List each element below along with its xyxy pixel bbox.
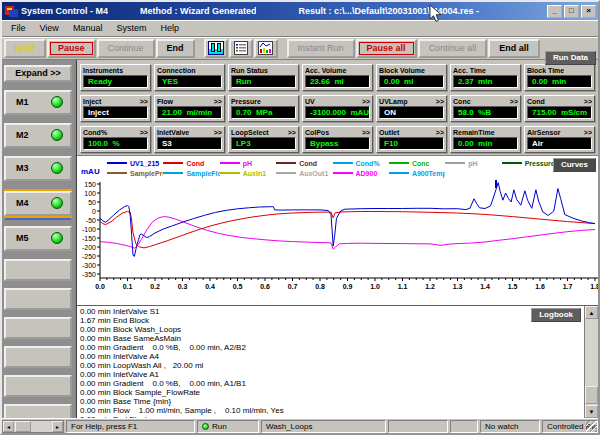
close-button[interactable]: × [581,5,596,18]
logbook-scrollbar[interactable]: ▲ ▼ [584,306,598,418]
field-conc[interactable]: Conc>>58.0 %B [450,95,521,122]
legend-item-cond[interactable]: Cond [163,158,219,168]
hold-button[interactable]: Hold [4,39,46,58]
tab-curves[interactable]: Curves [553,158,596,172]
legend-item-auxout1[interactable]: AuxOut1 [276,168,332,178]
x-tick-label: 1.3 [453,283,463,290]
main-area: Expand >> M1M2M3M4M5 Run Data Instrument… [2,60,598,418]
field-cond[interactable]: Cond>>715.00 mS/cm [524,95,595,122]
field-value: 2.37 min [458,77,492,86]
field-instruments[interactable]: InstrumentsReady [80,64,151,91]
scroll-right-icon[interactable]: ► [52,421,63,432]
scrollbar-thumb[interactable] [585,386,598,404]
expand-button[interactable]: Expand >> [4,65,72,82]
field-flow[interactable]: Flow>>21.00 ml/min [154,95,225,122]
legend-item-sampleflow[interactable]: SampleFlow [163,168,219,178]
legend-item-auxin1[interactable]: AuxIn1 [220,168,276,178]
field-cond[interactable]: Cond%>>100.0 % [80,126,151,153]
field-expand-button[interactable]: >> [214,98,222,105]
instant-run-button[interactable]: Instant Run [287,39,355,58]
field-acc-volume[interactable]: Acc. Volume23.66 ml [302,64,373,91]
y-axis-label: mAU [81,167,100,176]
status-empty-pane-1 [388,420,448,433]
legend-line-icon [389,172,409,174]
field-outlet[interactable]: Outlet>>F10 [376,126,447,153]
field-pressure[interactable]: Pressure0.70 MPa [228,95,299,122]
field-block-time[interactable]: Block Time0.00 min [524,64,595,91]
field-label: Run Status [231,67,268,74]
logbook-glyph [234,41,248,55]
menu-help[interactable]: Help [153,21,186,35]
hscrollbar-thumb[interactable] [15,421,31,432]
legend-item-cond[interactable]: Cond% [333,158,389,168]
field-block-volume[interactable]: Block Volume0.00 ml [376,64,447,91]
field-airsensor[interactable]: AirSensor>>Air [524,126,595,153]
logbook-pane-icon[interactable] [229,39,253,58]
status-watch: No watch [480,420,540,433]
scroll-up-icon[interactable]: ▲ [585,306,598,319]
scroll-down-icon[interactable]: ▼ [585,405,598,418]
field-uv[interactable]: UV>>-3100.000 mAU [302,95,373,122]
legend-item-ph[interactable]: pH [220,158,276,168]
legend-item-pressure[interactable]: Pressure [502,158,558,168]
field-remaintime[interactable]: RemainTime0.00 min [450,126,521,153]
legend-item-uv1-215[interactable]: UV1_215 [107,158,163,168]
menu-manual[interactable]: Manual [66,21,110,35]
menu-system[interactable]: System [109,21,153,35]
tab-logbook[interactable]: Logbook [531,308,581,322]
minimize-button[interactable]: _ [547,5,562,18]
legend-label: Conc [412,160,430,167]
field-expand-button[interactable]: >> [362,129,370,136]
field-expand-button[interactable]: >> [584,98,592,105]
module-row-m5: M5 [4,226,72,251]
logbook-line: 0.00 min LoopWash All , 20.00 ml [80,361,595,370]
legend-label: Pressure [525,160,555,167]
flow-scheme-icon[interactable] [204,39,228,58]
field-expand-button[interactable]: >> [288,129,296,136]
tab-run-data[interactable]: Run Data [545,51,596,65]
field-connection[interactable]: ConnectionYES [154,64,225,91]
app-window: System Control - M4 Method : Wizard Gene… [0,0,600,435]
module-button-m5[interactable]: M5 [4,226,72,251]
module-button-m3[interactable]: M3 [4,156,72,181]
module-button-m1[interactable]: M1 [4,90,72,115]
pause-all-button[interactable]: Pause all [356,39,417,58]
menu-view[interactable]: View [33,21,66,35]
field-expand-button[interactable]: >> [140,98,148,105]
field-expand-button[interactable]: >> [510,98,518,105]
module-button-m2[interactable]: M2 [4,123,72,148]
sidebar-scrollbar[interactable]: ◄ ► [2,420,64,433]
pause-button[interactable]: Pause [47,39,96,58]
field-expand-button[interactable]: >> [362,98,370,105]
field-expand-button[interactable]: >> [214,129,222,136]
field-colpos[interactable]: ColPos>>Bypass [302,126,373,153]
x-tick-label: 1.6 [535,283,545,290]
continue-all-button[interactable]: Continue all [418,39,488,58]
maximize-button[interactable]: □ [564,5,579,18]
module-button-m4[interactable]: M4 [4,191,72,216]
field-expand-button[interactable]: >> [436,98,444,105]
end-all-button[interactable]: End all [488,39,540,58]
field-expand-button[interactable]: >> [436,129,444,136]
field-loopselect[interactable]: LoopSelect>>LP3 [228,126,299,153]
legend-item-samplepres[interactable]: SamplePres [107,168,163,178]
field-expand-button[interactable]: >> [584,129,592,136]
field-inject[interactable]: Inject>>Inject [80,95,151,122]
field-expand-button[interactable]: >> [140,129,148,136]
menu-file[interactable]: File [4,21,33,35]
end-button[interactable]: End [156,39,195,58]
legend-line-icon [276,172,296,174]
legend-item-ad900[interactable]: AD900 [333,168,389,178]
scroll-left-icon[interactable]: ◄ [3,421,14,432]
field-run-status[interactable]: Run StatusRun [228,64,299,91]
legend-item-a900temp[interactable]: A900Temp [389,168,445,178]
field-display: 0.00 min [453,137,518,150]
field-acc-time[interactable]: Acc. Time2.37 min [450,64,521,91]
field-uvlamp[interactable]: UVLamp>>ON [376,95,447,122]
legend-item-cond[interactable]: Cond [276,158,332,168]
legend-item-ph[interactable]: pH [445,158,501,168]
continue-button[interactable]: Continue [97,39,155,58]
legend-item-conc[interactable]: Conc [389,158,445,168]
curves-pane-icon[interactable] [254,39,278,58]
field-inletvalve[interactable]: InletValve>>S3 [154,126,225,153]
